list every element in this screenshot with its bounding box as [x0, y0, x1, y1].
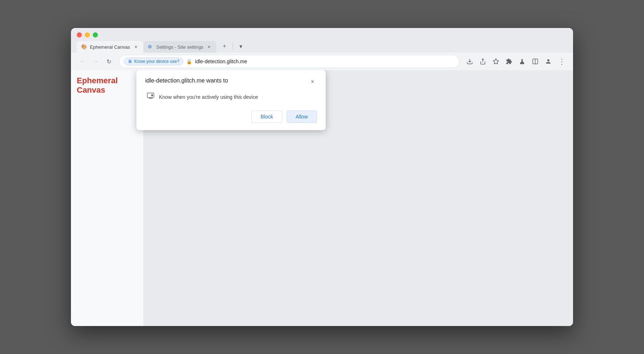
svg-rect-8: [151, 94, 153, 96]
new-tab-button[interactable]: +: [219, 41, 230, 51]
tabs-row: 🎨 Ephemeral Canvas ✕ ⚙ Settings - Site s…: [77, 41, 567, 53]
split-button[interactable]: [529, 56, 541, 67]
page-content: Ephemeral Canvas Don't move your mouse d…: [71, 70, 573, 326]
lab-icon: [519, 58, 525, 65]
tab-title-settings: Settings - Site settings: [156, 44, 203, 50]
url-text: idle-detection.glitch.me: [195, 59, 455, 64]
bookmark-icon: [493, 58, 499, 65]
forward-button[interactable]: →: [90, 56, 102, 67]
tabs-menu-button[interactable]: ▾: [236, 41, 246, 51]
popup-title: idle-detection.glitch.me wants to: [145, 77, 228, 84]
sidebar: Ephemeral Canvas: [71, 70, 144, 326]
reload-button[interactable]: ↻: [103, 56, 115, 67]
browser-window: 🎨 Ephemeral Canvas ✕ ⚙ Settings - Site s…: [71, 28, 573, 326]
nav-bar: ← → ↻ 🖥 Know your device use? 🔒 idle-det…: [71, 53, 573, 70]
device-idle-icon: [147, 92, 155, 100]
popup-close-button[interactable]: ×: [308, 77, 317, 86]
tabs-right: + ▾: [219, 41, 246, 53]
know-device-button[interactable]: 🖥 Know your device use?: [124, 57, 183, 65]
download-button[interactable]: [464, 56, 476, 67]
svg-marker-2: [493, 59, 499, 64]
address-bar[interactable]: 🖥 Know your device use? 🔒 idle-detection…: [119, 55, 460, 68]
tab-divider: [232, 43, 233, 50]
know-device-label: Know your device use?: [134, 59, 179, 64]
popup-buttons: Block Allow: [145, 110, 317, 123]
allow-button[interactable]: Allow: [287, 110, 317, 123]
close-button[interactable]: [77, 32, 82, 37]
bookmark-button[interactable]: [490, 56, 502, 67]
traffic-lights: [77, 32, 567, 37]
account-button[interactable]: [542, 56, 554, 67]
permission-icon: [147, 92, 155, 102]
share-icon: [480, 58, 486, 65]
download-icon: [466, 58, 473, 65]
popup-permission-row: Know when you're actively using this dev…: [145, 92, 317, 102]
account-icon: [545, 58, 552, 65]
tab-title-ephemeral: Ephemeral Canvas: [90, 44, 130, 50]
know-device-icon: 🖥: [128, 59, 132, 64]
permission-text: Know when you're actively using this dev…: [159, 94, 258, 100]
tab-close-settings[interactable]: ✕: [206, 44, 212, 50]
tab-ephemeral[interactable]: 🎨 Ephemeral Canvas ✕: [77, 41, 143, 53]
minimize-button[interactable]: [85, 32, 90, 37]
nav-icons-right: ⋮: [464, 56, 567, 67]
lab-button[interactable]: [516, 56, 528, 67]
popup-header: idle-detection.glitch.me wants to ×: [145, 77, 317, 86]
split-icon: [532, 58, 538, 65]
tab-close-ephemeral[interactable]: ✕: [133, 44, 139, 50]
title-bar: 🎨 Ephemeral Canvas ✕ ⚙ Settings - Site s…: [71, 28, 573, 53]
permission-popup: idle-detection.glitch.me wants to × Know…: [136, 70, 326, 130]
share-button[interactable]: [477, 56, 489, 67]
menu-button[interactable]: ⋮: [556, 56, 567, 67]
back-button[interactable]: ←: [77, 56, 88, 67]
tab-settings[interactable]: ⚙ Settings - Site settings ✕: [143, 41, 216, 53]
lock-icon: 🔒: [186, 59, 192, 64]
tab-favicon-ephemeral: 🎨: [81, 44, 87, 50]
sidebar-title: Ephemeral Canvas: [77, 76, 138, 95]
block-button[interactable]: Block: [251, 110, 282, 123]
extensions-button[interactable]: [503, 56, 515, 67]
extensions-icon: [506, 58, 512, 65]
tab-favicon-settings: ⚙: [148, 44, 154, 50]
maximize-button[interactable]: [93, 32, 98, 37]
